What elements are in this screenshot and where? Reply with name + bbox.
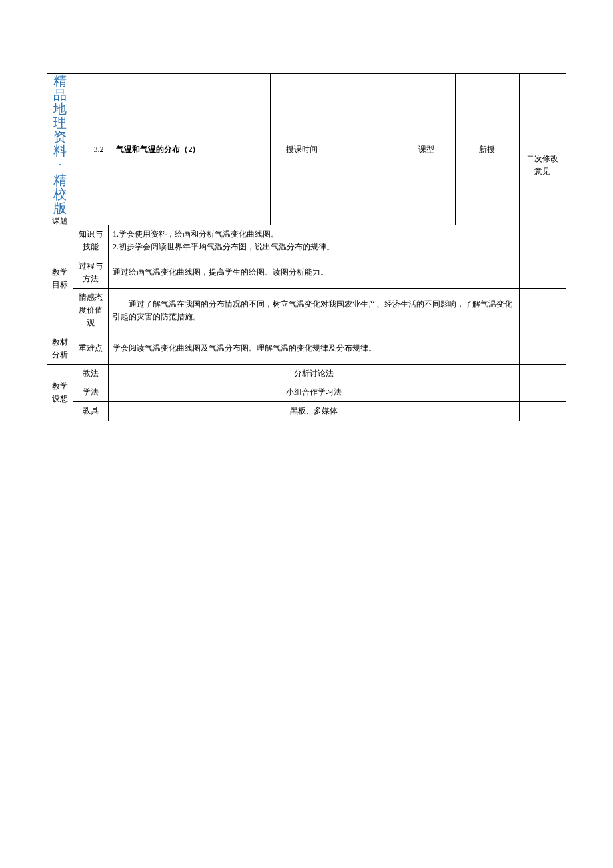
- brand-char-4: 理: [53, 115, 67, 130]
- design-row-3: 教具 黑板、多媒体: [47, 402, 566, 421]
- goals-sub3-content: 通过了解气温在我国的分布情况的不同，树立气温变化对我国农业生产、经济生活的不同影…: [108, 289, 519, 333]
- notes-empty-5: [519, 383, 566, 402]
- section-number: 3.2: [93, 145, 103, 154]
- goals-row-1: 教学目标 知识与技能 1.学会使用资料，绘画和分析气温变化曲线图。 2.初步学会…: [47, 225, 566, 257]
- design-sub1-content: 分析讨论法: [108, 364, 519, 383]
- brand-char-6: 料: [53, 143, 67, 158]
- brand-char-8: 校: [53, 187, 67, 201]
- goals-sub1-label: 知识与技能: [73, 225, 109, 257]
- design-row-1: 教学设想 教法 分析讨论法: [47, 364, 566, 383]
- brand-char-9: 版: [53, 201, 67, 215]
- time-value: [334, 74, 398, 225]
- notes-empty-6: [519, 402, 566, 421]
- type-label: 课型: [398, 74, 455, 225]
- design-sub3-label: 教具: [73, 402, 109, 421]
- brand-char-5: 资: [53, 129, 67, 144]
- goals-sub2-content: 通过绘画气温变化曲线图，提高学生的绘图、读图分析能力。: [108, 257, 519, 288]
- header-row: 精 品 地 理 资 料 ・ 精 校 版 课题 3.2 气温和气温的分布（2） 授…: [47, 74, 566, 225]
- material-row: 教材分析 重难点 学会阅读气温变化曲线图及气温分布图。理解气温的变化规律及分布规…: [47, 333, 566, 364]
- lesson-title: 气温和气温的分布（2）: [116, 145, 200, 154]
- design-row-2: 学法 小组合作学习法: [47, 383, 566, 402]
- brand-dot: ・: [47, 161, 73, 171]
- brand-char-3: 地: [53, 101, 67, 116]
- notes-empty-4: [519, 364, 566, 383]
- material-sub-label: 重难点: [73, 333, 109, 364]
- goals-row-2: 过程与方法 通过绘画气温变化曲线图，提高学生的绘图、读图分析能力。: [47, 257, 566, 288]
- notes-empty-3: [519, 333, 566, 364]
- notes-empty-1: [519, 257, 566, 288]
- material-label: 教材分析: [47, 333, 73, 364]
- material-content: 学会阅读气温变化曲线图及气温分布图。理解气温的变化规律及分布规律。: [108, 333, 519, 364]
- design-sub2-label: 学法: [73, 383, 109, 402]
- goals-sub1-line1: 1.学会使用资料，绘画和分析气温变化曲线图。: [113, 228, 515, 241]
- goals-sub1-content: 1.学会使用资料，绘画和分析气温变化曲线图。 2.初步学会阅读世界年平均气温分布…: [108, 225, 519, 257]
- goals-sub2-label: 过程与方法: [73, 257, 109, 288]
- brand-char-1: 精: [53, 73, 67, 88]
- design-sub1-label: 教法: [73, 364, 109, 383]
- topic-label: 课题: [47, 217, 73, 225]
- goals-sub3-label: 情感态度价值观: [73, 289, 109, 333]
- title-cell: 3.2 气温和气温的分布（2）: [73, 74, 270, 225]
- brand-char-2: 品: [53, 87, 67, 102]
- design-label: 教学设想: [47, 364, 73, 421]
- time-label: 授课时间: [270, 74, 334, 225]
- design-sub2-content: 小组合作学习法: [108, 383, 519, 402]
- goals-row-3: 情感态度价值观 通过了解气温在我国的分布情况的不同，树立气温变化对我国农业生产、…: [47, 289, 566, 333]
- lesson-plan-table: 精 品 地 理 资 料 ・ 精 校 版 课题 3.2 气温和气温的分布（2） 授…: [47, 73, 566, 421]
- brand-char-7: 精: [53, 173, 67, 187]
- notes-label: 二次修改意见: [519, 74, 566, 257]
- goals-label: 教学目标: [47, 225, 73, 333]
- notes-empty-2: [519, 289, 566, 333]
- type-value: 新授: [455, 74, 519, 225]
- design-sub3-content: 黑板、多媒体: [108, 402, 519, 421]
- brand-cell: 精 品 地 理 资 料 ・ 精 校 版 课题: [47, 74, 73, 225]
- goals-sub1-line2: 2.初步学会阅读世界年平均气温分布图，说出气温分布的规律。: [113, 241, 515, 253]
